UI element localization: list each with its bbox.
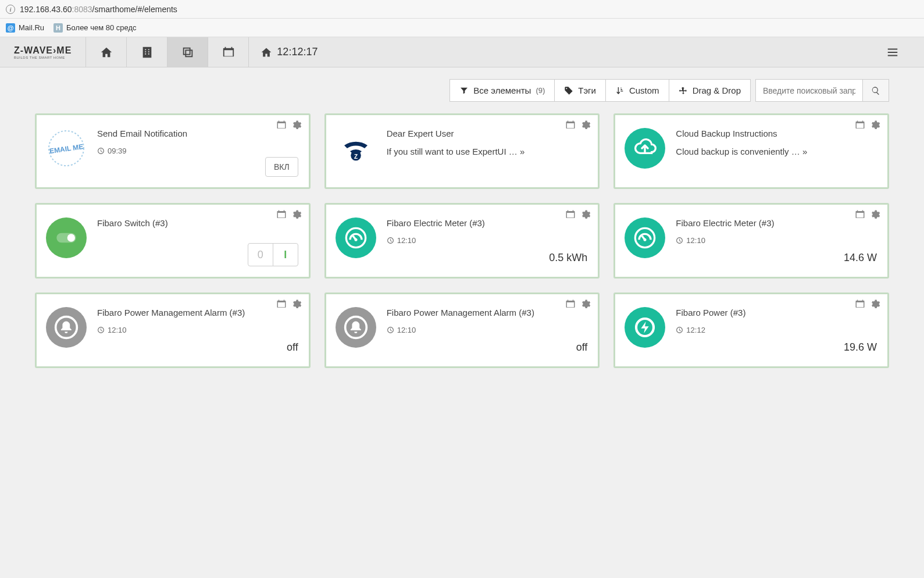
logo[interactable]: Z-WAVE›ME BUILDS THE SMART HOME <box>14 37 86 67</box>
elements-grid: EMAIL ME Send Email Notification 09:39 В… <box>35 113 889 368</box>
search-button[interactable] <box>862 79 889 102</box>
switch-icon <box>46 217 87 258</box>
tags-icon <box>564 86 573 95</box>
gear-icon[interactable] <box>580 209 591 220</box>
calendar-icon[interactable] <box>855 299 865 309</box>
gear-icon[interactable] <box>580 120 591 130</box>
calendar-icon[interactable] <box>276 120 287 130</box>
gear-icon[interactable] <box>870 120 880 130</box>
clock-icon <box>97 147 105 155</box>
card-power-alarm-2: Fibaro Power Management Alarm (#3) 12:10… <box>324 292 600 368</box>
clock-time: 12:12:17 <box>277 46 317 58</box>
calendar-icon[interactable] <box>276 209 287 220</box>
filter-custom[interactable]: Custom <box>605 79 669 102</box>
filter-label: Custom <box>629 85 659 95</box>
logo-text: Z-WAVE›ME <box>14 45 72 56</box>
nav-elements[interactable] <box>167 37 208 67</box>
nav-home[interactable] <box>86 37 127 67</box>
clock-icon <box>676 237 683 244</box>
card-cloud-backup: Cloud Backup Instructions Cloud backup i… <box>613 113 889 189</box>
card-time: 09:39 <box>97 147 299 155</box>
card-title: Fibaro Electric Meter (#3) <box>387 217 589 229</box>
url[interactable]: 192.168.43.60:8083/smarthome/#/elements <box>20 5 177 14</box>
info-icon: i <box>6 5 15 14</box>
bookmark-label: Более чем 80 средс <box>66 23 137 32</box>
browser-address-bar: i 192.168.43.60:8083/smarthome/#/element… <box>0 0 924 19</box>
home-icon <box>261 47 272 58</box>
url-host: 192.168.43.60 <box>20 5 72 14</box>
switch-on-button[interactable]: I <box>273 243 298 266</box>
nav-events[interactable] <box>208 37 249 67</box>
gear-icon[interactable] <box>291 120 302 130</box>
gear-icon[interactable] <box>870 209 880 220</box>
card-title: Cloud Backup Instructions <box>676 128 878 140</box>
cloud-icon <box>625 128 665 169</box>
calendar-icon[interactable] <box>276 299 287 309</box>
habr-icon: H <box>53 23 63 33</box>
card-time: 12:10 <box>387 236 589 245</box>
card-time: 12:10 <box>97 326 299 334</box>
filter-tags[interactable]: Тэги <box>554 79 606 102</box>
calendar-icon[interactable] <box>565 120 576 130</box>
power-icon <box>625 307 665 348</box>
bell-icon <box>336 307 376 348</box>
move-icon <box>679 86 688 95</box>
on-button[interactable]: ВКЛ <box>265 157 298 177</box>
bell-icon <box>46 307 87 348</box>
card-fibaro-switch: Fibaro Switch (#3) 0 I <box>35 203 311 279</box>
card-description[interactable]: If you still want to use ExpertUI … » <box>387 147 589 156</box>
gear-icon[interactable] <box>580 299 591 309</box>
card-title: Fibaro Power Management Alarm (#3) <box>97 307 299 319</box>
filter-icon <box>459 86 469 95</box>
clock-icon <box>387 237 394 244</box>
card-description[interactable]: Cloud backup is conveniently … » <box>676 147 878 156</box>
top-nav: Z-WAVE›ME BUILDS THE SMART HOME 12:12:17 <box>0 37 924 67</box>
calendar-icon[interactable] <box>855 209 865 220</box>
card-power-alarm-1: Fibaro Power Management Alarm (#3) 12:10… <box>35 292 311 368</box>
nav-menu[interactable] <box>875 37 910 67</box>
url-port: :8083 <box>72 5 92 14</box>
card-title: Fibaro Electric Meter (#3) <box>676 217 878 229</box>
search-input[interactable] <box>755 79 863 102</box>
building-icon <box>141 46 154 59</box>
card-value: off <box>287 341 298 354</box>
card-value: 14.6 W <box>844 252 877 264</box>
filter-label: Все элементы <box>473 85 531 95</box>
calendar-icon <box>222 46 235 59</box>
url-path: /smarthome/#/elements <box>92 5 177 14</box>
logo-subtext: BUILDS THE SMART HOME <box>14 56 72 59</box>
filter-label: Drag & Drop <box>693 85 741 95</box>
card-value: 0.5 kWh <box>549 252 587 264</box>
bookmark-habr[interactable]: H Более чем 80 средс <box>53 23 137 33</box>
filter-count: (9) <box>536 86 545 95</box>
calendar-icon[interactable] <box>565 299 576 309</box>
clock-icon <box>676 326 683 334</box>
header-clock: 12:12:17 <box>249 37 329 67</box>
filter-all-elements[interactable]: Все элементы (9) <box>449 79 555 102</box>
card-title: Fibaro Power (#3) <box>676 307 878 319</box>
switch-buttons: 0 I <box>248 243 298 266</box>
gauge-icon <box>336 217 376 258</box>
mailru-icon: @ <box>6 23 15 33</box>
gear-icon[interactable] <box>870 299 880 309</box>
bookmark-mailru[interactable]: @ Mail.Ru <box>6 23 44 33</box>
filter-dragdrop[interactable]: Drag & Drop <box>669 79 751 102</box>
clock-icon <box>97 326 105 334</box>
calendar-icon[interactable] <box>855 120 865 130</box>
card-expert-user: Dear Expert User If you still want to us… <box>324 113 600 189</box>
sort-icon <box>615 86 625 95</box>
gear-icon[interactable] <box>291 209 302 220</box>
email-icon: EMAIL ME <box>46 128 87 169</box>
gear-icon[interactable] <box>291 299 302 309</box>
clock-icon <box>387 326 394 334</box>
nav-rooms[interactable] <box>127 37 167 67</box>
card-title: Dear Expert User <box>387 128 589 140</box>
card-electric-meter-kwh: Fibaro Electric Meter (#3) 12:10 0.5 kWh <box>324 203 600 279</box>
switch-off-button[interactable]: 0 <box>248 243 273 266</box>
card-title: Fibaro Switch (#3) <box>97 217 299 229</box>
card-fibaro-power: Fibaro Power (#3) 12:12 19.6 W <box>613 292 889 368</box>
gauge-icon <box>625 217 665 258</box>
calendar-icon[interactable] <box>565 209 576 220</box>
card-title: Fibaro Power Management Alarm (#3) <box>387 307 589 319</box>
card-email-notification: EMAIL ME Send Email Notification 09:39 В… <box>35 113 311 189</box>
